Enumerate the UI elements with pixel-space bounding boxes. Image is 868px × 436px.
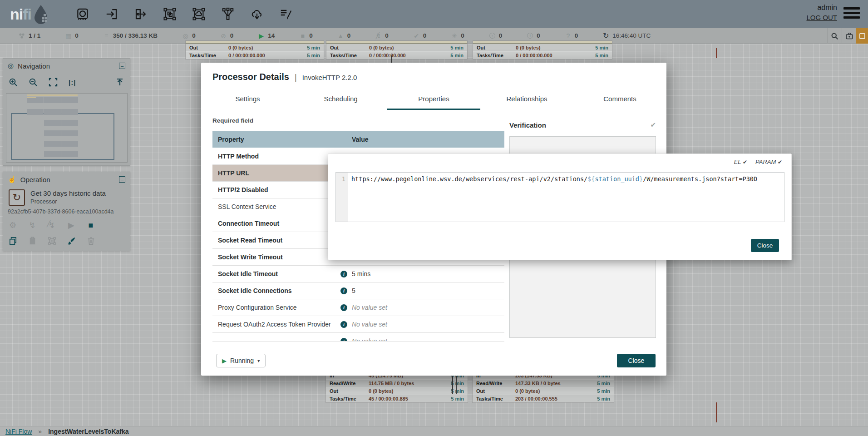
selected-component-name: Get 30 days historic data — [30, 189, 125, 197]
start-icon[interactable]: ▶ — [66, 220, 76, 230]
logout-link[interactable]: LOG OUT — [806, 14, 837, 21]
tab-relationships[interactable]: Relationships — [480, 90, 573, 110]
zoom-fit-icon[interactable] — [49, 78, 58, 87]
status-sync-failure-count: 0 — [575, 32, 578, 39]
verification-title: Verification — [509, 121, 650, 129]
stat-row: Tasks/Time203 / 00:00:00.5555 min — [473, 395, 614, 402]
stat-row: Out0 (0 bytes)5 min — [473, 44, 612, 51]
info-icon[interactable]: i — [340, 321, 347, 328]
configure-icon[interactable]: ⚙ — [8, 220, 18, 230]
info-icon[interactable]: i — [340, 338, 347, 342]
collapse-navigation-icon[interactable]: – — [119, 63, 125, 69]
property-name: Socket Idle Timeout — [212, 270, 336, 277]
value-code-editor[interactable]: 1 https://www.pegelonline.wsv.de/webserv… — [335, 172, 784, 222]
status-locally-modified-stale: !0 — [527, 32, 540, 39]
delete-icon[interactable] — [86, 236, 96, 246]
stat-row: Out0 (0 bytes)5 min — [186, 44, 324, 51]
settings-active-icon[interactable] — [856, 28, 868, 44]
verification-check-icon[interactable]: ✔ — [650, 121, 656, 129]
output-port-icon[interactable] — [134, 7, 148, 21]
tab-scheduling[interactable]: Scheduling — [294, 90, 387, 110]
property-name: HTTP URL — [212, 169, 336, 177]
process-group-icon[interactable] — [163, 7, 177, 21]
http-url-value[interactable]: https://www.pegelonline.wsv.de/webservic… — [348, 173, 757, 222]
collapse-operation-icon[interactable]: – — [119, 176, 125, 183]
stat-row: Read/Write114.75 MB / 0 bytes5 min — [326, 379, 468, 387]
status-transmitting-count: 0 — [192, 32, 196, 39]
top-toolbar: nifi admin LOG OUT — [0, 0, 868, 28]
not-transmitting-icon: ⊘ — [220, 32, 227, 40]
transmitting-icon: ◎ — [182, 32, 189, 40]
processor-stats-table[interactable]: In45 (114.75 MB)5 minRead/Write114.75 MB… — [326, 372, 468, 402]
search-icon[interactable] — [827, 28, 842, 44]
connection-line — [391, 55, 392, 63]
stat-row: Read/Write147.33 KB / 0 bytes5 min — [473, 379, 614, 387]
zoom-in-icon[interactable] — [9, 78, 18, 87]
stat-row: Tasks/Time0 / 00:00:00.0005 min — [326, 51, 467, 59]
dialog-close-button[interactable]: Close — [617, 354, 656, 367]
leave-group-icon[interactable] — [115, 78, 124, 87]
enable-icon[interactable]: ↯ — [27, 220, 37, 230]
tab-properties[interactable]: Properties — [387, 90, 480, 110]
status-stale-count: 0 — [499, 32, 503, 39]
info-icon[interactable]: i — [340, 271, 347, 277]
funnel-icon[interactable] — [221, 7, 235, 21]
property-value-cell[interactable]: iNo value set — [336, 321, 504, 328]
info-icon[interactable]: i — [340, 287, 347, 294]
group-icon[interactable] — [47, 236, 57, 246]
minimap-block — [27, 97, 36, 98]
processor-stats-table[interactable]: Out0 (0 bytes)5 minTasks/Time0 / 00:00:0… — [186, 41, 324, 59]
status-not-transmitting-count: 0 — [230, 32, 234, 39]
property-value-cell[interactable]: i5 mins — [336, 270, 504, 277]
minimap[interactable] — [6, 93, 128, 163]
popup-close-button[interactable]: Close — [751, 239, 779, 252]
info-icon[interactable]: i — [340, 304, 347, 311]
processor-stats-table[interactable]: Out0 (0 bytes)5 minTasks/Time0 / 00:00:0… — [473, 41, 612, 59]
el-badge: EL ✔ — [734, 159, 747, 165]
toolbox-icon[interactable] — [842, 28, 856, 44]
property-value-cell[interactable]: i5 — [336, 287, 504, 294]
property-value-cell[interactable]: iNo value set — [336, 304, 504, 311]
remote-process-group-icon[interactable] — [192, 7, 206, 21]
template-icon[interactable] — [250, 7, 264, 21]
breadcrumb-separator: » — [38, 428, 42, 435]
tab-settings[interactable]: Settings — [201, 90, 294, 110]
stat-row: Out0 (0 bytes)5 min — [473, 387, 614, 395]
refresh-icon[interactable]: ↻ — [602, 31, 609, 40]
minimap-block — [61, 109, 78, 115]
zoom-out-icon[interactable] — [29, 78, 38, 87]
breadcrumb-root-link[interactable]: NiFi Flow — [5, 428, 32, 435]
running-icon: ▶ — [258, 32, 265, 40]
minimap-block — [61, 141, 78, 147]
stop-icon[interactable]: ■ — [86, 220, 96, 230]
stopped-icon: ■ — [299, 32, 306, 40]
sync-failure-icon: ? — [565, 32, 572, 40]
minimap-block — [61, 151, 78, 157]
zoom-actual-icon[interactable]: |:| — [69, 79, 76, 86]
column-value: Value — [336, 136, 504, 143]
status-threads: ▦0 — [65, 32, 79, 40]
stat-row: Tasks/Time0 / 00:00:00.0005 min — [186, 51, 324, 59]
run-state-button[interactable]: ▶ Running ▾ — [216, 354, 266, 367]
navigation-title: Navigation — [18, 62, 115, 70]
stat-row: Tasks/Time0 / 00:00:00.0005 min — [473, 51, 612, 59]
paste-icon[interactable] — [27, 236, 37, 246]
global-menu-icon[interactable] — [843, 7, 860, 20]
property-name: Socket Read Timeout — [212, 237, 336, 244]
tab-comments[interactable]: Comments — [573, 90, 666, 110]
property-value-cell[interactable]: iNo value set — [336, 337, 504, 342]
refresh-status[interactable]: ↻ 16:46:40 UTC — [602, 31, 651, 40]
input-port-icon[interactable] — [105, 7, 118, 21]
verification-header: Verification ✔ — [509, 121, 656, 129]
processor-stats-table[interactable]: In203 (147.33 KB)5 minRead/Write147.33 K… — [473, 372, 614, 402]
label-icon[interactable] — [279, 7, 293, 21]
status-stopped: ■0 — [299, 32, 313, 40]
breadcrumb-current: IngestWaterLevelsToKafka — [48, 428, 128, 435]
disable-icon[interactable]: ↯ — [47, 220, 57, 230]
stat-row: Out0 (0 bytes)5 min — [326, 387, 468, 395]
color-icon[interactable] — [66, 236, 76, 246]
processor-stats-table[interactable]: Out0 (0 bytes)5 minTasks/Time0 / 00:00:0… — [326, 41, 467, 59]
processor-icon[interactable] — [76, 7, 89, 21]
copy-icon[interactable] — [8, 236, 18, 246]
selected-component-type: Processor — [30, 198, 125, 205]
